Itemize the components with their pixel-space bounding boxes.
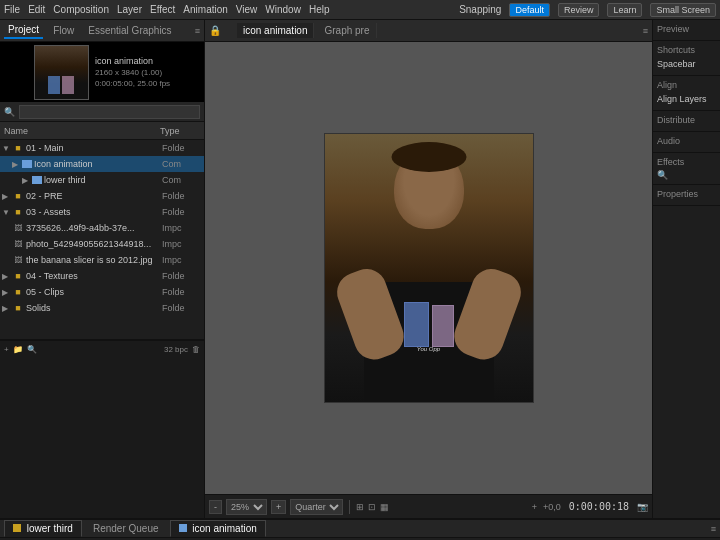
preview-section: Preview	[653, 20, 720, 41]
menu-bar: File Edit Composition Layer Effect Anima…	[0, 0, 720, 20]
review-button[interactable]: Review	[558, 3, 600, 17]
item-label: lower third	[44, 175, 162, 185]
folder-icon: ■	[12, 191, 24, 201]
comp-duration: 0:00:05:00, 25.00 fps	[95, 79, 170, 88]
list-item[interactable]: ▼ ■ 03 - Assets Folde	[0, 204, 204, 220]
lower-third-tab-label: lower third	[27, 523, 73, 534]
project-panel-footer: + 📁 🔍 32 bpc 🗑	[0, 340, 204, 358]
zero-label: +0,0	[543, 502, 561, 512]
effects-section: Effects 🔍	[653, 153, 720, 185]
zoom-out-button[interactable]: -	[209, 500, 222, 514]
tab-icon-animation-timeline[interactable]: icon animation	[170, 520, 266, 537]
folder-icon: ■	[12, 287, 24, 297]
folder-icon-btn[interactable]: 📁	[13, 345, 23, 354]
tab-flow[interactable]: Flow	[49, 23, 78, 38]
new-item-icon[interactable]: +	[4, 345, 9, 354]
trash-icon[interactable]: 🗑	[192, 345, 200, 354]
image-icon: 🖼	[12, 239, 24, 249]
project-list-header: Name Type	[0, 122, 204, 140]
spacebar-item: Spacebar	[657, 57, 716, 71]
chevron-down-icon: ▼	[2, 208, 12, 217]
image-icon: 🖼	[12, 255, 24, 265]
safe-zones-icon[interactable]: ⊡	[368, 502, 376, 512]
menu-effect[interactable]: Effect	[150, 4, 175, 15]
small-screen-button[interactable]: Small Screen	[650, 3, 716, 17]
menu-edit[interactable]: Edit	[28, 4, 45, 15]
quality-select[interactable]: Quarter	[290, 499, 343, 515]
list-item[interactable]: ▶ Icon animation Com	[0, 156, 204, 172]
shortcuts-section: Shortcuts Spacebar	[653, 41, 720, 76]
search-icon: 🔍	[4, 107, 15, 117]
list-item[interactable]: 🖼 the banana slicer is so 2012.jpg Impc	[0, 252, 204, 268]
list-item[interactable]: ▼ ■ 01 - Main Folde	[0, 140, 204, 156]
transparency-icon[interactable]: ▦	[380, 502, 389, 512]
project-search-bar: 🔍	[0, 102, 204, 122]
list-item[interactable]: 🖼 3735626...49f9-a4bb-37e... Impc	[0, 220, 204, 236]
default-workspace-button[interactable]: Default	[509, 3, 550, 17]
preview-label: Preview	[657, 24, 716, 34]
chevron-right-icon: ▶	[2, 192, 12, 201]
zoom-in-button[interactable]: +	[271, 500, 286, 514]
comp-icon	[32, 176, 42, 184]
menu-window[interactable]: Window	[265, 4, 301, 15]
audio-section: Audio	[653, 132, 720, 153]
chevron-down-icon: ▼	[2, 144, 12, 153]
col-header-type: Type	[160, 126, 200, 136]
menu-composition[interactable]: Composition	[53, 4, 109, 15]
align-label: Align	[657, 80, 716, 90]
list-item[interactable]: ▶ lower third Com	[0, 172, 204, 188]
timeline-tabs: lower third Render Queue icon animation …	[0, 520, 720, 538]
bit-depth-label: 32 bpc	[164, 345, 188, 354]
panel-options-icon[interactable]: ≡	[643, 26, 648, 36]
item-label: 01 - Main	[26, 143, 162, 153]
menu-help[interactable]: Help	[309, 4, 330, 15]
tab-lower-third[interactable]: lower third	[4, 520, 82, 537]
render-queue-label: Render Queue	[93, 523, 159, 534]
lock-icon: 🔒	[209, 25, 221, 36]
list-item[interactable]: ▶ ■ 04 - Textures Folde	[0, 268, 204, 284]
tab-essential-graphics[interactable]: Essential Graphics	[84, 23, 175, 38]
timecode-display: 0:00:00:18	[569, 501, 629, 512]
chevron-right-icon: ▶	[2, 304, 12, 313]
learn-button[interactable]: Learn	[607, 3, 642, 17]
composition-preview: icon animation 2160 x 3840 (1.00) 0:00:0…	[0, 42, 204, 102]
tab-render-queue[interactable]: Render Queue	[84, 520, 168, 537]
item-label: 05 - Clips	[26, 287, 162, 297]
menu-layer[interactable]: Layer	[117, 4, 142, 15]
effects-label: Effects	[657, 157, 716, 167]
comp-name-label: icon animation	[95, 56, 170, 66]
menu-animation[interactable]: Animation	[183, 4, 227, 15]
list-item[interactable]: ▶ ■ 02 - PRE Folde	[0, 188, 204, 204]
tab-project[interactable]: Project	[4, 22, 43, 39]
distribute-section: Distribute	[653, 111, 720, 132]
snapshot-icon[interactable]: 📷	[637, 502, 648, 512]
chevron-right-icon: ▶	[22, 176, 32, 185]
align-section: Align Align Layers	[653, 76, 720, 111]
project-panel-tabs: Project Flow Essential Graphics ≡	[0, 20, 204, 42]
item-label: the banana slicer is so 2012.jpg	[26, 255, 162, 265]
item-label: 3735626...49f9-a4bb-37e...	[26, 223, 162, 233]
distribute-label: Distribute	[657, 115, 716, 125]
menu-file[interactable]: File	[4, 4, 20, 15]
panel-menu-btn[interactable]: ≡	[711, 524, 716, 534]
search-input[interactable]	[19, 105, 200, 119]
search-effects-icon[interactable]: 🔍	[657, 170, 668, 180]
comp-icon	[22, 160, 32, 168]
col-header-name: Name	[4, 126, 160, 136]
search-icon-btn[interactable]: 🔍	[27, 345, 37, 354]
list-item[interactable]: ▶ ■ Solids Folde	[0, 300, 204, 316]
menu-view[interactable]: View	[236, 4, 258, 15]
list-item[interactable]: ▶ ■ 05 - Clips Folde	[0, 284, 204, 300]
divider	[349, 500, 350, 514]
folder-icon: ■	[12, 271, 24, 281]
zoom-select[interactable]: 25%	[226, 499, 267, 515]
composition-controls: - 25% + Quarter ⊞ ⊡ ▦ + +0,0 0:00:00:18 …	[205, 494, 652, 518]
list-item[interactable]: 🖼 photo_542949055621344918... Impc	[0, 236, 204, 252]
comp-dimensions: 2160 x 3840 (1.00)	[95, 68, 170, 77]
panel-menu-icon[interactable]: ≡	[195, 26, 200, 36]
lower-third-tab-icon	[13, 524, 21, 532]
composition-viewer[interactable]: You Opp	[205, 42, 652, 494]
grid-icon[interactable]: ⊞	[356, 502, 364, 512]
tab-icon-animation[interactable]: icon animation	[237, 23, 314, 38]
tab-graph-pre[interactable]: Graph pre	[318, 23, 376, 38]
